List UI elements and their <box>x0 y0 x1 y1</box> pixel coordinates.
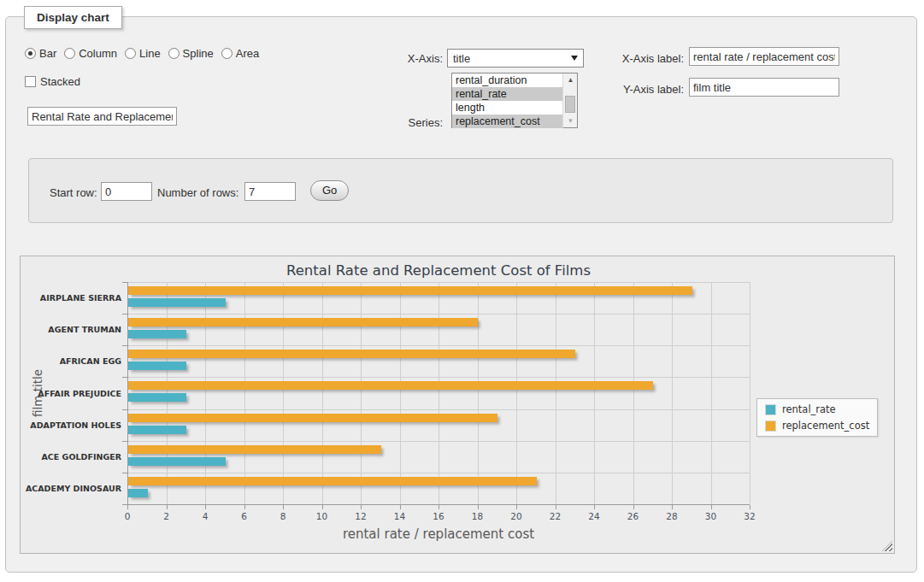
chart-type-option[interactable]: Spline <box>168 47 214 60</box>
chart-legend: rental_ratereplacement_cost <box>756 398 878 437</box>
x-tick-mark <box>672 505 673 509</box>
x-tick-mark <box>633 505 634 509</box>
y-axis-label-input[interactable] <box>689 78 839 97</box>
radio-icon[interactable] <box>64 48 75 59</box>
chart-bar-replacement_cost[interactable] <box>128 318 478 326</box>
series-option[interactable]: rental_rate <box>452 87 563 101</box>
gridline <box>361 282 362 504</box>
x-tick-label: 32 <box>737 511 762 521</box>
x-tick-mark <box>322 505 323 509</box>
x-tick-label: 24 <box>581 511 607 521</box>
series-listbox[interactable]: rental_duration rental_rate length repla… <box>451 73 578 128</box>
x-tick-label: 28 <box>659 511 685 521</box>
chart-type-option[interactable]: Line <box>125 47 161 60</box>
chart-type-label: Column <box>79 47 117 60</box>
category-label: ADAPTATION HOLES <box>25 420 121 430</box>
x-tick-label: 4 <box>192 511 218 521</box>
series-option[interactable]: replacement_cost <box>452 115 563 128</box>
radio-icon[interactable] <box>221 48 232 59</box>
chart-bar-rental_rate[interactable] <box>128 457 226 466</box>
chart-type-option[interactable]: Column <box>64 47 117 60</box>
x-tick-mark <box>438 505 439 509</box>
scroll-down-icon[interactable]: ▼ <box>564 115 577 127</box>
page: Display chart Bar Column Line Spline Are… <box>0 0 924 582</box>
chart-bar-replacement_cost[interactable] <box>128 445 381 454</box>
panel-legend: Display chart <box>24 6 122 29</box>
gridline <box>127 377 750 378</box>
chart-bar-replacement_cost[interactable] <box>128 286 692 295</box>
gridline <box>322 282 323 504</box>
x-tick-label: 10 <box>309 511 335 521</box>
chart-container: Rental Rate and Replacement Cost of Film… <box>20 256 895 554</box>
category-label: AFFAIR PREJUDICE <box>25 389 121 398</box>
x-tick-label: 0 <box>115 511 140 521</box>
series-option[interactable]: rental_duration <box>452 73 563 87</box>
num-rows-label: Number of rows: <box>157 186 238 199</box>
start-row-input[interactable] <box>101 182 152 201</box>
chart-type-option[interactable]: Area <box>221 47 259 60</box>
gridline <box>516 282 517 504</box>
x-tick-mark <box>400 505 401 509</box>
x-tick-label: 30 <box>698 511 724 521</box>
chart-bar-rental_rate[interactable] <box>128 330 186 338</box>
legend-item[interactable]: rental_rate <box>765 403 869 415</box>
x-tick-label: 2 <box>154 511 180 521</box>
chart-bar-rental_rate[interactable] <box>128 426 186 434</box>
x-tick-mark <box>516 505 517 509</box>
y-axis-label-caption: Y-Axis label: <box>603 83 684 96</box>
chart-bar-replacement_cost[interactable] <box>128 381 653 390</box>
chart-type-label: Area <box>236 47 259 60</box>
chart-bar-replacement_cost[interactable] <box>128 477 537 485</box>
radio-icon[interactable] <box>168 48 180 59</box>
x-tick-mark <box>361 505 362 509</box>
resize-handle-icon[interactable] <box>882 541 892 551</box>
gridline <box>127 314 750 315</box>
chart-bar-rental_rate[interactable] <box>128 393 186 402</box>
chart-title: Rental Rate and Replacement Cost of Film… <box>127 262 750 279</box>
chart-type-options: Bar Column Line Spline Area <box>25 47 267 60</box>
chart-bar-replacement_cost[interactable] <box>128 414 497 422</box>
radio-icon[interactable] <box>125 48 136 59</box>
stacked-option[interactable]: Stacked <box>25 75 80 88</box>
x-tick-label: 26 <box>621 511 646 521</box>
x-axis-select[interactable]: title <box>447 49 584 68</box>
chart-bar-rental_rate[interactable] <box>128 298 226 307</box>
chart-bar-rental_rate[interactable] <box>128 489 148 497</box>
row-range-panel: Start row: Number of rows: Go <box>28 158 893 223</box>
chart-bar-replacement_cost[interactable] <box>128 350 575 358</box>
gridline <box>283 282 284 504</box>
checkbox-icon[interactable] <box>25 76 36 87</box>
listbox-scrollbar[interactable]: ▲ ▼ <box>562 73 577 127</box>
x-tick-label: 12 <box>348 511 374 521</box>
gridline <box>438 282 439 504</box>
x-tick-mark <box>750 505 750 509</box>
legend-label: replacement_cost <box>782 420 869 432</box>
radio-icon[interactable] <box>25 48 36 59</box>
go-button[interactable]: Go <box>310 180 349 201</box>
legend-swatch <box>765 420 776 432</box>
legend-item[interactable]: replacement_cost <box>765 420 869 432</box>
x-axis-selected-value: title <box>453 52 470 65</box>
series-option[interactable]: length <box>452 101 563 115</box>
gridline <box>633 282 634 504</box>
legend-label: rental_rate <box>782 403 836 415</box>
gridline <box>556 282 556 504</box>
num-rows-input[interactable] <box>244 182 296 201</box>
x-axis-label-input[interactable] <box>689 47 839 66</box>
category-label: AGENT TRUMAN <box>25 325 121 334</box>
chart-type-option[interactable]: Bar <box>25 47 56 60</box>
gridline <box>594 282 595 504</box>
x-axis-line <box>127 504 750 505</box>
gridline <box>750 282 750 504</box>
chart-type-label: Line <box>139 47 161 60</box>
chart-title-input[interactable] <box>27 107 177 126</box>
gridline <box>205 282 206 504</box>
category-label: AIRPLANE SIERRA <box>25 293 121 303</box>
scrollbar-thumb[interactable] <box>565 96 575 113</box>
scroll-up-icon[interactable]: ▲ <box>564 73 577 86</box>
gridline <box>244 282 245 504</box>
gridline <box>672 282 673 504</box>
chart-bar-rental_rate[interactable] <box>128 362 186 370</box>
x-tick-label: 20 <box>503 511 529 521</box>
x-tick-mark <box>205 505 206 509</box>
